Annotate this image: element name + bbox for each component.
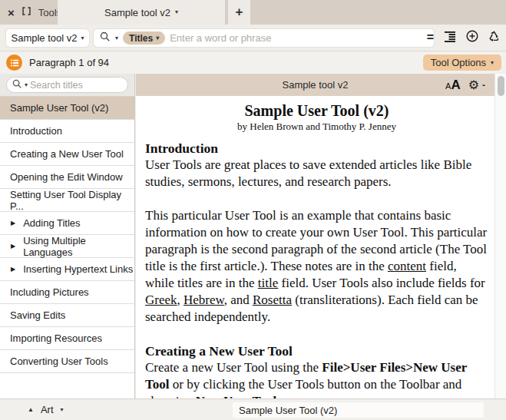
close-icon[interactable]: × (8, 7, 15, 18)
article-paragraph: Create a new User Tool using the File>Us… (145, 359, 488, 399)
toolbar-right-icons: = (427, 25, 500, 51)
plus-icon: + (236, 5, 243, 20)
chevron-down-icon: ▾ (81, 35, 84, 41)
sidebar-item-label: Creating a New User Tool (10, 148, 124, 160)
chevron-down-icon[interactable]: ▾ (115, 35, 118, 41)
paragraph-list-icon[interactable] (6, 55, 22, 71)
gear-menu-indicator: - (482, 80, 485, 91)
article-title: Sample User Tool (v2) (145, 101, 488, 120)
chevron-down-icon: ▾ (175, 9, 178, 15)
toolbar: Sample tool v2 ▾ ▾ Titles ▾ Enter a word… (0, 25, 506, 51)
sidebar-item-label: Adding Titles (23, 217, 80, 229)
disclosure-triangle-icon[interactable]: ▶ (11, 266, 15, 273)
scrollbar-thumb[interactable] (498, 76, 504, 96)
paragraph-position: Paragraph 1 of 94 (29, 51, 109, 74)
sidebar-item-label: Introduction (10, 125, 62, 137)
search-titles-placeholder: Search titles (30, 80, 83, 91)
tool-selector-label: Sample tool v2 (11, 32, 77, 44)
disclosure-triangle-icon[interactable]: ▶ (11, 243, 15, 250)
new-tab-button[interactable]: + (228, 0, 250, 25)
sidebar-item-label: Setting User Tool Display P... (10, 189, 134, 212)
tool-options-button[interactable]: Tool Options ▾ (423, 55, 501, 71)
chevron-down-icon: ▾ (156, 35, 159, 41)
tab-bar: × Tools Sample tool v2 ▾ + (0, 0, 506, 25)
sidebar-item-opening-edit-window[interactable]: Opening the Edit Window (0, 166, 134, 189)
disclosure-triangle-icon[interactable]: ▶ (11, 220, 15, 227)
search-input[interactable]: Enter a word or phrase (170, 32, 271, 44)
tool-selector-button[interactable]: Sample tool v2 ▾ (6, 29, 89, 47)
sidebar-item-sample-user-tool[interactable]: Sample User Tool (v2) (0, 97, 134, 120)
article-body: Sample User Tool (v2) by Helen Brown and… (136, 96, 494, 399)
settings-button[interactable]: ⚙ - (468, 79, 485, 91)
tab-zone-controls: × Tools (8, 0, 61, 25)
search-scope-pill[interactable]: Titles ▾ (123, 31, 165, 45)
search-icon (12, 78, 22, 92)
sidebar-item-label: Saving Edits (10, 309, 65, 321)
search-icon[interactable] (100, 31, 111, 45)
sidebar-item-inserting-hypertext-links[interactable]: ▶Inserting Hypertext Links (0, 258, 134, 281)
article-byline: by Helen Brown and Timothy P. Jenney (145, 120, 488, 133)
sidebar-item-label: Sample User Tool (v2) (10, 102, 108, 114)
sidebar-item-saving-edits[interactable]: Saving Edits (0, 304, 134, 327)
current-title-field[interactable]: Sample User Tool (v2) (233, 402, 484, 418)
sidebar-title-list: Sample User Tool (v2) Introduction Creat… (0, 97, 134, 373)
art-zone-label: Art (41, 404, 54, 415)
sidebar-item-label: Opening the Edit Window (10, 171, 123, 183)
details-icon[interactable]: = (427, 31, 433, 45)
paragraph-bar: Paragraph 1 of 94 Tool Options ▾ (0, 51, 506, 74)
font-size-small-a: A (445, 81, 451, 91)
font-size-large-a: A (451, 78, 460, 93)
sidebar-item-using-multiple-languages[interactable]: ▶Using Multiple Languages (0, 235, 134, 258)
font-size-button[interactable]: A A (445, 78, 461, 93)
sidebar-item-converting-user-tools[interactable]: Converting User Tools (0, 350, 134, 373)
tab-sample-tool-v2[interactable]: Sample tool v2 ▾ (58, 0, 225, 25)
sidebar-item-label: Including Pictures (10, 286, 89, 298)
sidebar-item-label: Importing Resources (10, 332, 102, 344)
article-paragraph: User Tools are great places to save exte… (145, 157, 488, 190)
sidebar-item-setting-display[interactable]: Setting User Tool Display P... (0, 189, 134, 212)
vertical-scrollbar[interactable] (494, 74, 506, 399)
sidebar-item-introduction[interactable]: Introduction (0, 120, 134, 143)
sidebar-item-importing-resources[interactable]: Importing Resources (0, 327, 134, 350)
sidebar-item-including-pictures[interactable]: Including Pictures (0, 281, 134, 304)
sidebar-item-creating-new-user-tool[interactable]: Creating a New User Tool (0, 143, 134, 166)
tab-title: Sample tool v2 (104, 7, 170, 18)
content-pane: Sample tool v2 A A ⚙ - Sample User Tool … (136, 74, 506, 399)
article-paragraph: This particular User Tool is an example … (145, 207, 488, 326)
amplify-recycle-icon[interactable] (488, 31, 500, 45)
section-heading-creating-new-user-tool: Creating a New User Tool (145, 342, 488, 359)
expand-icon[interactable] (21, 5, 31, 19)
search-scope-label: Titles (129, 33, 153, 44)
sidebar-item-label: Using Multiple Languages (23, 235, 134, 258)
sidebar-item-label: Inserting Hypertext Links (23, 263, 133, 275)
chevron-down-icon: ▾ (491, 60, 494, 66)
current-title-value: Sample User Tool (v2) (239, 405, 337, 416)
pane-controls: A A ⚙ - (445, 74, 485, 96)
add-circle-icon[interactable] (466, 30, 478, 45)
bottom-bar: ▲ Art ▾ Sample User Tool (v2) (0, 399, 506, 420)
pane-title: Sample tool v2 (136, 74, 494, 96)
art-zone-selector[interactable]: ▲ Art ▾ (28, 399, 64, 420)
sidebar-item-adding-titles[interactable]: ▶Adding Titles (0, 212, 134, 235)
chevron-down-icon[interactable]: ▾ (61, 407, 64, 413)
chevron-down-icon: ▾ (25, 82, 28, 88)
sidebar-search-area: ▾ Search titles (0, 74, 134, 97)
search-field[interactable]: ▾ Titles ▾ Enter a word or phrase (94, 29, 434, 47)
pane-header: Sample tool v2 A A ⚙ - (136, 74, 494, 96)
titles-sidebar: ▾ Search titles Sample User Tool (v2) In… (0, 74, 135, 399)
sidebar-item-label: Converting User Tools (10, 356, 108, 367)
triangle-up-icon[interactable]: ▲ (28, 406, 34, 413)
context-lines-icon[interactable] (443, 31, 456, 45)
search-titles-input[interactable]: ▾ Search titles (6, 77, 128, 93)
section-heading-introduction: Introduction (145, 140, 488, 157)
gear-icon: ⚙ (468, 79, 479, 91)
tool-options-label: Tool Options (431, 57, 486, 68)
